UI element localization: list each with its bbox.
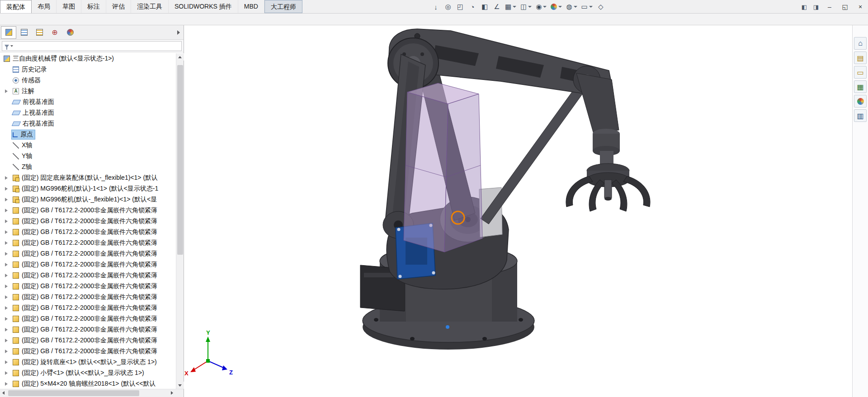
view-palette-icon[interactable]: ▦ — [854, 80, 867, 93]
dimxpertmanager-tab-icon[interactable]: ⊕ — [47, 26, 62, 39]
displaymanager-tab-icon[interactable] — [62, 26, 78, 39]
ribbon-tab[interactable]: 装配体 — [0, 0, 32, 13]
filter-caret-icon[interactable] — [10, 45, 13, 47]
expand-arrow-icon[interactable] — [4, 118, 9, 129]
3d-views-icon[interactable]: ◇ — [595, 1, 606, 12]
propertymanager-tab-icon[interactable] — [16, 26, 32, 39]
tree-item[interactable]: (固定) GB / T6172.2-2000非金属嵌件六角锁紧薄 — [0, 303, 176, 313]
ribbon-tab[interactable]: 布局 — [32, 0, 57, 13]
tree-item[interactable]: (固定) GB / T6172.2-2000非金属嵌件六角锁紧薄 — [0, 216, 176, 227]
ribbon-tab[interactable]: 草图 — [57, 0, 81, 13]
ribbon-tab[interactable]: SOLIDWORKS 插件 — [169, 0, 238, 13]
expand-arrow-icon[interactable] — [4, 151, 9, 162]
expand-arrow-icon[interactable] — [4, 378, 9, 389]
view-orientation-icon[interactable]: ▦ — [504, 1, 518, 12]
dropdown-caret-icon[interactable] — [574, 6, 577, 8]
expand-arrow-icon[interactable] — [4, 259, 9, 270]
scroll-right-arrow-icon[interactable] — [169, 389, 176, 397]
expand-arrow-icon[interactable] — [4, 227, 9, 238]
tree-item[interactable]: (固定) GB / T6172.2-2000非金属嵌件六角锁紧薄 — [0, 238, 176, 248]
expand-arrow-icon[interactable] — [4, 86, 9, 97]
expand-arrow-icon[interactable] — [4, 368, 9, 378]
featuremanager-tab-icon[interactable] — [1, 26, 16, 39]
tree-item[interactable]: (固定) GB / T6172.2-2000非金属嵌件六角锁紧薄 — [0, 346, 176, 357]
minimize-button[interactable]: – — [822, 0, 837, 14]
tree-item[interactable]: (固定) GB / T6172.2-2000非金属嵌件六角锁紧薄 — [0, 335, 176, 346]
expand-arrow-icon[interactable] — [4, 216, 9, 227]
tree-item[interactable]: (固定) GB / T6172.2-2000非金属嵌件六角锁紧薄 — [0, 270, 176, 281]
expand-arrow-icon[interactable] — [4, 140, 9, 151]
panel-flyout-chevron-icon[interactable] — [177, 30, 180, 35]
hide-show-items-icon[interactable]: ◉ — [534, 1, 548, 12]
previous-view-icon[interactable]: ◔ — [467, 1, 478, 12]
dropdown-caret-icon[interactable] — [543, 6, 547, 8]
expand-arrow-icon[interactable] — [4, 107, 9, 118]
tree-item[interactable]: (固定) 小臂<1> (默认<<默认>_显示状态 1>) — [0, 368, 176, 378]
tree-item[interactable]: 上视基准面 — [0, 107, 176, 118]
expand-arrow-icon[interactable] — [4, 183, 9, 194]
tree-item[interactable]: (固定) GB / T6172.2-2000非金属嵌件六角锁紧薄 — [0, 292, 176, 303]
measure-icon[interactable]: ∠ — [491, 1, 502, 12]
task-pane-icon[interactable]: ◨ — [810, 1, 822, 13]
tree-root-item[interactable]: 三自由度机械臂 (默认<显示状态-1>) — [0, 53, 176, 64]
expand-arrow-icon[interactable] — [4, 194, 9, 205]
custom-properties-icon[interactable]: ▥ — [854, 109, 867, 122]
tree-item[interactable]: (固定) GB / T6172.2-2000非金属嵌件六角锁紧薄 — [0, 281, 176, 292]
show-pane-icon[interactable]: ◧ — [798, 1, 810, 13]
display-style-icon[interactable]: ◫ — [519, 1, 533, 12]
tree-item[interactable]: 注解 — [0, 86, 176, 97]
expand-arrow-icon[interactable] — [4, 64, 9, 75]
tree-vertical-scrollbar[interactable] — [176, 53, 184, 389]
ribbon-tab[interactable]: 渲染工具 — [131, 0, 169, 13]
zoom-fit-icon[interactable]: ◎ — [443, 1, 453, 12]
expand-arrow-icon[interactable] — [4, 346, 9, 357]
expand-arrow-icon[interactable] — [4, 313, 9, 324]
transparent-column-part[interactable] — [404, 83, 482, 252]
tree-item[interactable]: (固定) GB / T6172.2-2000非金属嵌件六角锁紧薄 — [0, 205, 176, 216]
origin-point-marker[interactable] — [446, 325, 449, 329]
tree-item[interactable]: Z轴 — [0, 162, 176, 173]
tree-item[interactable]: (固定) MG996舵机(默认)-1<1> (默认<显示状态-1 — [0, 183, 176, 194]
tree-item[interactable]: (固定) GB / T6172.2-2000非金属嵌件六角锁紧薄 — [0, 259, 176, 270]
tree-item[interactable]: (固定) MG996舵机(默认-_flexible1)<1> (默认<显 — [0, 194, 176, 205]
expand-arrow-icon[interactable] — [4, 129, 9, 140]
restore-button[interactable]: ◱ — [837, 0, 853, 14]
tree-item[interactable]: 前视基准面 — [0, 97, 176, 107]
tree-item[interactable]: (固定) GB / T6172.2-2000非金属嵌件六角锁紧薄 — [0, 248, 176, 259]
tree-item[interactable]: 右视基准面 — [0, 118, 176, 129]
robot-arm-scene[interactable]: Y X Z — [184, 25, 868, 397]
dropdown-caret-icon[interactable] — [513, 6, 516, 8]
close-button[interactable]: × — [853, 0, 868, 14]
arrow-select-icon[interactable]: ↓ — [430, 1, 441, 12]
expand-arrow-icon[interactable] — [4, 238, 9, 248]
expand-arrow-icon[interactable] — [4, 335, 9, 346]
scroll-up-arrow-icon[interactable] — [176, 53, 184, 61]
gripper-claw[interactable] — [566, 163, 650, 211]
ribbon-tab[interactable]: 评估 — [106, 0, 131, 13]
expand-arrow-icon[interactable] — [4, 303, 9, 313]
tree-item[interactable]: 历史记录 — [0, 64, 176, 75]
dropdown-caret-icon[interactable] — [528, 6, 532, 8]
dropdown-caret-icon[interactable] — [558, 6, 562, 8]
expand-arrow-icon[interactable] — [4, 97, 9, 107]
tree-item[interactable]: 传感器 — [0, 75, 176, 86]
expand-arrow-icon[interactable] — [4, 205, 9, 216]
graphics-viewport[interactable]: Y X Z ⌂ ▤ ▭ ▦ — [184, 25, 868, 397]
appearances-scenes-icon[interactable]: ● — [854, 95, 867, 107]
home-icon[interactable]: ⌂ — [854, 37, 867, 50]
robot-arm-model[interactable] — [360, 29, 650, 350]
expand-arrow-icon[interactable] — [4, 248, 9, 259]
scroll-left-arrow-icon[interactable] — [0, 389, 7, 397]
view-settings-icon[interactable]: ▭ — [580, 1, 594, 12]
section-view-icon[interactable]: ◧ — [479, 1, 490, 12]
expand-arrow-icon[interactable] — [4, 162, 9, 173]
edit-appearance-icon[interactable]: ● — [549, 1, 563, 12]
tree-item[interactable]: (固定) GB / T6172.2-2000非金属嵌件六角锁紧薄 — [0, 313, 176, 324]
apply-scene-icon[interactable]: ◍ — [565, 1, 578, 12]
configurationmanager-tab-icon[interactable] — [32, 26, 47, 39]
tree-item[interactable]: (固定) GB / T6172.2-2000非金属嵌件六角锁紧薄 — [0, 227, 176, 238]
expand-arrow-icon[interactable] — [4, 292, 9, 303]
ribbon-tab[interactable]: 标注 — [81, 0, 106, 13]
expand-arrow-icon[interactable] — [4, 324, 9, 335]
tree-item[interactable]: (固定) 固定底座装配体(默认-_flexible1)<1> (默认 — [0, 173, 176, 183]
